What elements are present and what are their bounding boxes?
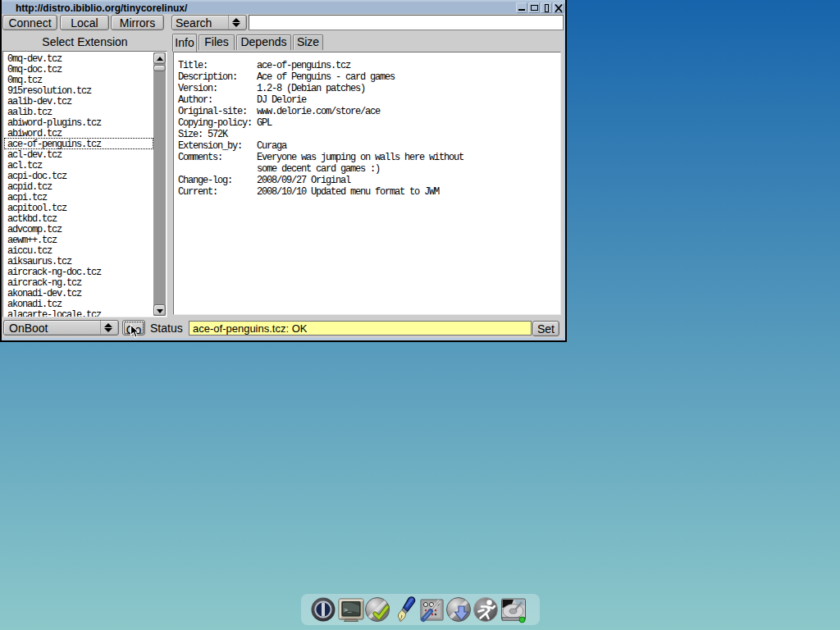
svg-text:>_: >_ bbox=[344, 606, 352, 614]
